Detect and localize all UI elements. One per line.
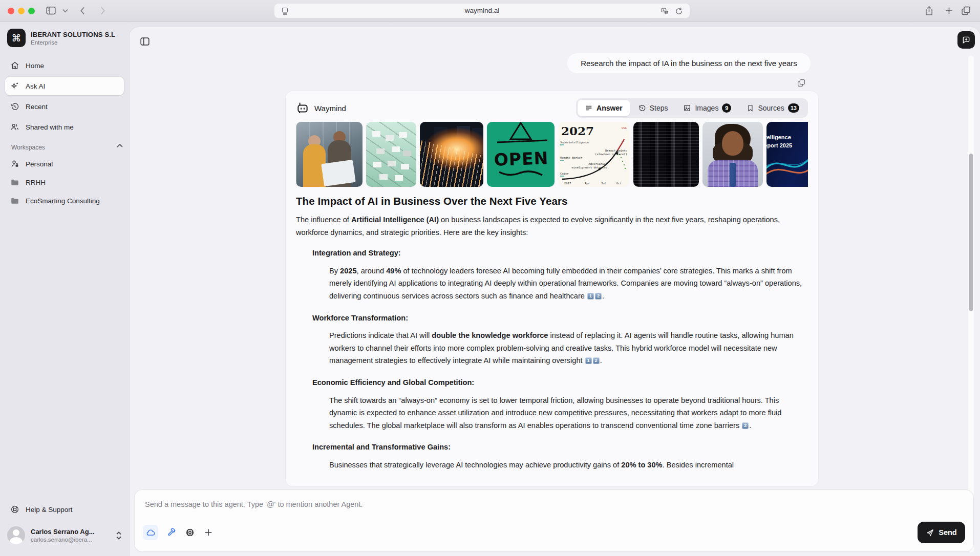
workspaces-section-label: Workspaces (11, 144, 45, 151)
url-text[interactable]: waymind.ai (274, 4, 690, 18)
bookmark-icon (747, 104, 754, 112)
app-sidebar-toggle-icon[interactable] (139, 36, 151, 47)
text: Businesses that strategically leverage A… (329, 461, 621, 469)
browser-sidebar-toggle-icon[interactable] (45, 5, 57, 16)
user-lock-icon (10, 159, 19, 168)
sidebar-item-personal[interactable]: Personal (5, 155, 124, 173)
sidebar-item-label: Help & Support (26, 506, 73, 514)
sidebar-item-label: EcoSmarting Consulting (26, 197, 100, 205)
tab-steps[interactable]: Steps (631, 100, 675, 116)
translate-icon[interactable]: A文 (661, 7, 669, 16)
close-window-button[interactable] (8, 8, 14, 14)
open-sign-text: OPEN (494, 148, 549, 170)
chart-annotation: Branch point: (605, 149, 627, 153)
scrollbar-track[interactable] (968, 56, 974, 552)
thumbnail-server-racks[interactable] (633, 122, 699, 187)
chart-y-label: Coder (560, 172, 569, 175)
text: By (329, 267, 340, 275)
chart-x-tick: Jul (601, 182, 606, 185)
text: Predictions indicate that AI will (329, 331, 432, 339)
citation-badge[interactable]: 2 (593, 357, 600, 364)
cloud-button[interactable] (143, 525, 158, 540)
citation-badge[interactable]: 2 (742, 422, 749, 429)
thumbnail-ai-index-report[interactable]: ial Intelligence x Report 2025 (766, 122, 808, 187)
thumb-decor (730, 163, 736, 187)
copy-question-icon[interactable] (797, 78, 806, 88)
tools-hammer-icon[interactable] (166, 527, 177, 538)
thumbnail-portrait[interactable] (702, 122, 763, 187)
user-question-bubble: Research the impact of IA in the busines… (567, 53, 811, 74)
sidebar-item-label: Ask AI (26, 82, 45, 90)
thumbnail-night-light-trails[interactable] (420, 122, 483, 187)
folder-icon (10, 196, 19, 205)
sidebar-item-home[interactable]: Home (5, 57, 124, 74)
add-attachment-icon[interactable] (203, 527, 214, 538)
sidebar-item-label: RRHH (26, 179, 46, 186)
tab-label: Answer (596, 104, 623, 112)
report-title-line: ial Intelligence (766, 134, 791, 140)
sidebar-item-ask-ai[interactable]: Ask AI (5, 77, 124, 95)
minimize-window-button[interactable] (18, 8, 25, 14)
answer-tab-group: Answer Steps Images 9 (576, 98, 808, 118)
cloud-icon (146, 528, 156, 538)
sidebar-item-shared[interactable]: Shared with me (5, 118, 124, 136)
cpu-chip-icon[interactable] (185, 527, 195, 538)
sidebar-dropdown-chevron-icon[interactable] (62, 9, 68, 13)
sources-count-badge: 13 (788, 103, 799, 113)
thumb-decor (372, 131, 380, 137)
section-paragraph: The shift towards an “always-on” economy… (329, 394, 804, 432)
images-count-badge: 9 (722, 103, 731, 113)
citation-badge[interactable]: 1 (587, 293, 594, 300)
text: . Besides incremental (663, 461, 734, 469)
thumbnail-open-sign[interactable]: OPEN (487, 122, 555, 187)
svg-text:文: 文 (666, 11, 668, 14)
history-icon (10, 102, 19, 111)
browser-toolbar: waymind.ai A文 (0, 0, 980, 22)
message-input[interactable] (145, 498, 759, 510)
org-logo: ⌘ (7, 29, 26, 47)
forward-button-icon[interactable] (97, 6, 108, 16)
reload-icon[interactable] (674, 7, 684, 16)
answer-lines-icon (585, 104, 593, 112)
citation-badge[interactable]: 1 (585, 357, 592, 364)
tab-sources[interactable]: Sources 13 (739, 100, 806, 116)
account-switcher[interactable]: Carlos Serrano Ag... carlos.serrano@iber… (7, 526, 122, 544)
agent-name: Waymind (314, 104, 346, 113)
citation-badge[interactable]: 2 (595, 293, 602, 300)
thumbnail-ai-2027-chart[interactable]: 2027 USA Superintelligence Remote Worker… (558, 122, 630, 187)
image-thumbnail-row: OPEN 2027 USA Superintelligence Remote W… (296, 122, 808, 187)
answer-card: Waymind Answer Steps (286, 91, 818, 486)
tab-answer[interactable]: Answer (578, 100, 630, 116)
robot-icon (296, 101, 309, 115)
thumbnail-isometric-city[interactable] (366, 122, 416, 187)
tab-label: Sources (758, 104, 784, 112)
scrollbar-thumb[interactable] (969, 154, 973, 311)
command-icon: ⌘ (12, 32, 22, 44)
chevron-up-icon[interactable] (117, 143, 123, 148)
chart-tag: USA (622, 126, 627, 130)
section-heading: Integration and Strategy: (312, 247, 808, 260)
chart-x-tick: 2027 (564, 182, 571, 185)
svg-text:A: A (663, 9, 665, 12)
send-button[interactable]: Send (918, 522, 965, 543)
section-paragraph: Predictions indicate that AI will double… (329, 329, 804, 367)
sidebar-item-ecosmarting[interactable]: EcoSmarting Consulting (5, 192, 124, 209)
bold-text: Artificial Intelligence (AI) (351, 216, 439, 224)
sidebar-item-help[interactable]: Help & Support (5, 501, 124, 518)
share-icon[interactable] (924, 5, 934, 16)
new-chat-button[interactable] (957, 31, 975, 49)
bold-text: 2025 (340, 267, 356, 275)
back-button-icon[interactable] (78, 6, 88, 16)
sidebar-item-recent[interactable]: Recent (5, 98, 124, 115)
message-composer: Send (134, 489, 974, 552)
address-bar[interactable]: waymind.ai A文 (274, 3, 690, 18)
app-sidebar: ⌘ IBERANT SOLUTIONS S.L Enterprise Home … (0, 22, 130, 556)
sidebar-item-rrhh[interactable]: RRHH (5, 174, 124, 191)
org-header[interactable]: ⌘ IBERANT SOLUTIONS S.L Enterprise (7, 29, 115, 47)
tab-images[interactable]: Images 9 (676, 100, 738, 116)
tab-overview-icon[interactable] (961, 5, 971, 16)
zoom-window-button[interactable] (28, 8, 35, 14)
new-tab-icon[interactable] (944, 5, 954, 16)
thumbnail-office-collaboration[interactable] (296, 122, 363, 187)
main-content-panel: Research the impact of IA in the busines… (130, 27, 980, 556)
